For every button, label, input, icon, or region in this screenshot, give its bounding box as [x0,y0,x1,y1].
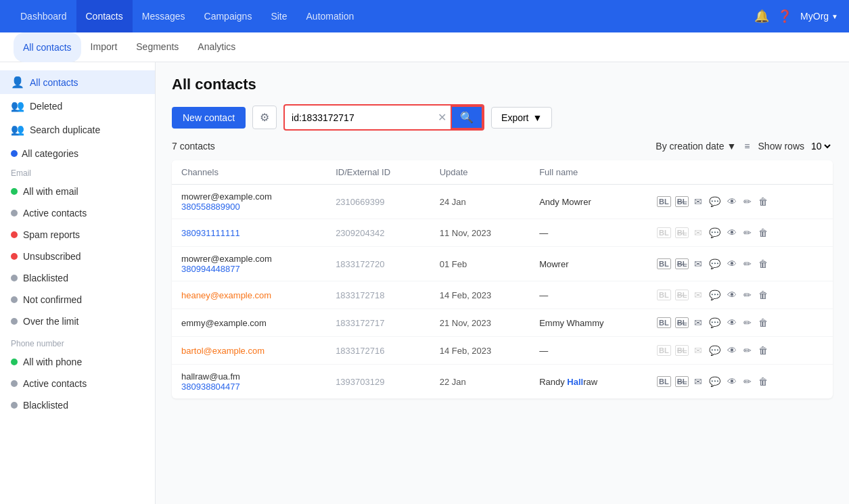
unbl-action-icon[interactable]: BL [675,258,689,269]
channel-email: heaney@example.com [181,290,317,300]
nav-site[interactable]: Site [261,0,296,32]
sidebar-item-search-duplicate[interactable]: 👥 Search duplicate [0,118,155,141]
unbl-action-icon[interactable]: BL [675,345,689,356]
sms-action-icon[interactable]: 💬 [708,288,722,302]
subnav-segments[interactable]: Segments [127,32,188,62]
delete-action-icon[interactable]: 🗑 [757,316,769,329]
nav-contacts[interactable]: Contacts [76,0,133,32]
email-action-icon[interactable]: ✉ [693,375,704,388]
nav-campaigns[interactable]: Campaigns [195,0,262,32]
sms-action-icon[interactable]: 💬 [708,226,722,239]
email-action-icon[interactable]: ✉ [693,344,704,357]
nav-automation[interactable]: Automation [297,0,364,32]
bl-action-icon[interactable]: BL [657,227,671,238]
edit-action-icon[interactable]: ✏ [742,344,753,357]
search-clear-button[interactable]: ✕ [434,111,451,124]
sms-action-icon[interactable]: 💬 [708,344,722,357]
nav-dashboard[interactable]: Dashboard [11,0,76,32]
sms-action-icon[interactable]: 💬 [708,195,722,208]
cell-name: — [530,219,647,247]
sidebar-label-deleted: Deleted [30,101,62,112]
unbl-action-icon[interactable]: BL [675,317,689,328]
subnav-analytics[interactable]: Analytics [188,32,245,62]
unbl-action-icon[interactable]: BL [675,196,689,207]
sidebar-item-blacklisted-email[interactable]: Blacklisted [0,267,155,289]
filter-button[interactable]: ⚙ [252,106,277,129]
new-contact-button[interactable]: New contact [172,107,246,129]
sort-chevron-icon: ▼ [727,141,737,152]
email-action-icon[interactable]: ✉ [693,257,704,271]
unbl-action-icon[interactable]: BL [675,376,689,387]
actions-group: BL BL ✉ 💬 👁 ✏ 🗑 [657,257,823,271]
delete-action-icon[interactable]: 🗑 [757,288,769,302]
sidebar-item-active-contacts-email[interactable]: Active contacts [0,202,155,224]
view-action-icon[interactable]: 👁 [726,195,738,208]
cell-id: 1833172717 [326,309,430,337]
unbl-action-icon[interactable]: BL [675,290,689,300]
cell-id: 2309204342 [326,219,430,247]
view-action-icon[interactable]: 👁 [726,288,738,302]
delete-action-icon[interactable]: 🗑 [757,344,769,357]
delete-action-icon[interactable]: 🗑 [757,375,769,388]
view-action-icon[interactable]: 👁 [726,226,738,239]
delete-action-icon[interactable]: 🗑 [757,195,769,208]
export-button[interactable]: Export ▼ [491,107,552,129]
view-action-icon[interactable]: 👁 [726,257,738,271]
bl-action-icon[interactable]: BL [657,345,671,356]
subnav-import[interactable]: Import [81,32,127,62]
bl-action-icon[interactable]: BL [657,376,671,387]
view-action-icon[interactable]: 👁 [726,344,738,357]
email-action-icon[interactable]: ✉ [693,195,704,208]
bl-action-icon[interactable]: BL [657,196,671,207]
edit-action-icon[interactable]: ✏ [742,195,753,208]
view-action-icon[interactable]: 👁 [726,375,738,388]
sidebar-item-deleted[interactable]: 👥 Deleted [0,94,155,118]
help-icon[interactable]: ❓ [777,9,792,24]
search-box: ✕ 🔍 [283,104,484,131]
edit-action-icon[interactable]: ✏ [742,375,753,388]
nav-messages[interactable]: Messages [133,0,195,32]
delete-action-icon[interactable]: 🗑 [757,226,769,239]
edit-action-icon[interactable]: ✏ [742,316,753,329]
bl-action-icon[interactable]: BL [657,317,671,328]
org-menu[interactable]: MyOrg ▼ [800,11,838,22]
sidebar-item-all-contacts[interactable]: 👤 All contacts [0,70,155,94]
sidebar-label-unsubscribed: Unsubscribed [23,251,81,262]
show-rows-select[interactable]: 10 25 50 [808,140,833,152]
sidebar-item-blacklisted-phone[interactable]: Blacklisted [0,394,155,416]
email-action-icon[interactable]: ✉ [693,226,704,239]
bl-action-icon[interactable]: BL [657,258,671,269]
sidebar-item-active-contacts-phone[interactable]: Active contacts [0,373,155,394]
unbl-action-icon[interactable]: BL [675,227,689,238]
channel-phone: 380558889900 [181,202,317,212]
edit-action-icon[interactable]: ✏ [742,257,753,271]
view-action-icon[interactable]: 👁 [726,316,738,329]
actions-group: BL BL ✉ 💬 👁 ✏ 🗑 [657,288,823,302]
sidebar-item-unsubscribed[interactable]: Unsubscribed [0,246,155,267]
notifications-icon[interactable]: 🔔 [754,9,769,24]
subnav-all-contacts[interactable]: All contacts [14,32,81,62]
sidebar-section-email: Email [0,162,155,181]
edit-action-icon[interactable]: ✏ [742,226,753,239]
sort-button[interactable]: By creation date ▼ [656,141,736,152]
sms-action-icon[interactable]: 💬 [708,375,722,388]
sort-order-icon[interactable]: ≡ [744,141,750,152]
search-button[interactable]: 🔍 [451,106,483,129]
search-input[interactable] [285,108,434,127]
sidebar-item-all-with-phone[interactable]: All with phone [0,351,155,373]
sidebar-all-categories[interactable]: All categories [22,148,78,159]
sidebar-item-all-with-email[interactable]: All with email [0,181,155,202]
sidebar-item-not-confirmed[interactable]: Not confirmed [0,289,155,311]
bl-action-icon[interactable]: BL [657,290,671,300]
dot-red-spam [11,231,18,238]
sidebar-item-over-limit[interactable]: Over the limit [0,311,155,332]
sms-action-icon[interactable]: 💬 [708,257,722,271]
edit-action-icon[interactable]: ✏ [742,288,753,302]
sms-action-icon[interactable]: 💬 [708,316,722,329]
sidebar-item-spam-reports[interactable]: Spam reports [0,224,155,246]
delete-action-icon[interactable]: 🗑 [757,257,769,271]
cell-actions: BL BL ✉ 💬 👁 ✏ 🗑 [647,337,833,365]
email-action-icon[interactable]: ✉ [693,316,704,329]
cell-channels: emmy@example.com [172,309,326,337]
email-action-icon[interactable]: ✉ [693,288,704,302]
